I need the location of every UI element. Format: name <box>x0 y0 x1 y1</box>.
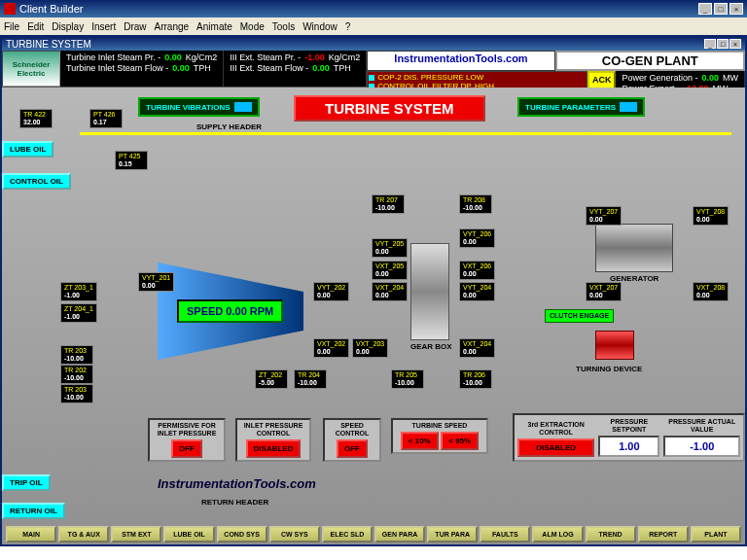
tag-pt425: PT 4250.15 <box>115 151 148 170</box>
gearbox-label: GEAR BOX <box>410 342 452 351</box>
tag-vxt204: VXT_2040.00 <box>372 282 408 301</box>
tag-tr206: TR 206-10.00 <box>459 369 492 389</box>
permissive-control[interactable]: PERMISSIVE FOR INLET PRESSUREOFF <box>148 418 226 462</box>
tag-vxt202: VXT_2020.00 <box>313 338 349 358</box>
tag-tr422: TR 42232.00 <box>19 109 53 128</box>
tag-vyt204: VYT_2040.00 <box>459 282 495 301</box>
tag-vyt201: VYT_2010.00 <box>138 272 174 292</box>
menu-help[interactable]: ? <box>345 21 351 32</box>
trip-oil-button[interactable]: TRIP OIL <box>2 474 51 491</box>
speed-control[interactable]: SPEED CONTROLOFF <box>323 418 381 462</box>
pressure-setpoint[interactable]: 1.00 <box>598 436 659 457</box>
nav-bar: MAIN TG & AUX STM EXT LUBE OIL COND SYS … <box>6 526 741 542</box>
nav-faults[interactable]: FAULTS <box>480 526 530 542</box>
tag-tr202: TR 202-10.00 <box>60 365 93 384</box>
sub-minimize[interactable]: _ <box>704 39 716 49</box>
tag-tr205: TR 205-10.00 <box>391 369 424 389</box>
menu-draw[interactable]: Draw <box>124 21 146 32</box>
minimize-button[interactable]: _ <box>698 3 712 15</box>
nav-genpara[interactable]: GEN PARA <box>374 526 425 542</box>
menu-bar: File Edit Display Insert Draw Arrange An… <box>0 18 747 35</box>
tag-zt2041: ZT 204_1-1.00 <box>60 303 97 323</box>
supply-header-line <box>80 132 731 135</box>
nav-lubeoil[interactable]: LUBE OIL <box>163 526 214 542</box>
menu-animate[interactable]: Animate <box>196 21 232 32</box>
window-titlebar: Client Builder _ □ × <box>0 0 747 18</box>
gearbox-graphic <box>410 243 449 340</box>
nav-turpara[interactable]: TUR PARA <box>427 526 478 542</box>
tag-vyt206: VYT_2060.00 <box>459 228 495 248</box>
nav-stmext[interactable]: STM EXT <box>111 526 161 542</box>
extraction-control-button[interactable]: DISABLED <box>517 438 594 457</box>
motor-graphic <box>595 331 634 360</box>
nav-tgaux[interactable]: TG & AUX <box>58 526 109 542</box>
tag-tr208: TR 208-10.00 <box>459 194 492 214</box>
lube-oil-button[interactable]: LUBE OIL <box>2 141 53 158</box>
turning-device-label: TURNING DEVICE <box>576 365 642 373</box>
header-bar: Schneider Electric Turbine Inlet Steam P… <box>2 51 745 88</box>
tag-vxt205: VXT_2050.00 <box>372 261 408 280</box>
pressure-actual: -1.00 <box>663 436 740 457</box>
return-header-label: RETURN HEADER <box>201 498 268 507</box>
nav-almlog[interactable]: ALM LOG <box>532 526 583 542</box>
nav-condsys[interactable]: COND SYS <box>217 526 267 542</box>
turbine-vibrations-button[interactable]: TURBINE VIBRATIONS <box>138 97 260 117</box>
tag-tr204: TR 204-10.00 <box>294 369 327 389</box>
tag-vyt202: VYT_2020.00 <box>313 282 349 301</box>
turbine-speed-indicator: TURBINE SPEED< 10% < 95% <box>391 418 488 454</box>
nav-plant[interactable]: PLANT <box>691 526 741 542</box>
tag-vyt208: VYT_2080.00 <box>693 206 729 226</box>
tag-vyt205: VYT_2050.00 <box>372 238 408 258</box>
menu-insert[interactable]: Insert <box>91 21 116 32</box>
maximize-button[interactable]: □ <box>714 3 728 15</box>
nav-cwsys[interactable]: CW SYS <box>269 526 320 542</box>
menu-edit[interactable]: Edit <box>27 21 44 32</box>
speed-display: SPEED 0.00 RPM <box>177 299 283 323</box>
menu-file[interactable]: File <box>4 21 19 32</box>
plant-name: CO-GEN PLANT <box>555 51 745 71</box>
tag-vxt203: VXT_2030.00 <box>352 338 388 358</box>
tag-tr2032: TR 203-10.00 <box>60 384 93 403</box>
app-title: Client Builder <box>19 3 83 15</box>
nav-trend[interactable]: TREND <box>586 526 636 542</box>
generator-graphic <box>595 224 673 272</box>
vibration-icon <box>234 102 252 112</box>
sub-close[interactable]: × <box>729 39 741 49</box>
tag-zt202: ZT_202-5.00 <box>255 369 288 389</box>
control-oil-button[interactable]: CONTROL OIL <box>2 173 71 190</box>
tag-pt426: PT 4260.17 <box>89 109 123 128</box>
watermark: InstrumentationTools.com <box>158 476 316 491</box>
parameter-icon <box>620 102 637 112</box>
supply-header-label: SUPPLY HEADER <box>196 122 262 131</box>
tag-zt2031: ZT 203_1-1.00 <box>60 282 97 301</box>
tag-vxt206: VXT_2060.00 <box>459 261 495 280</box>
sub-window: TURBINE SYSTEM _ □ × Schneider Electric … <box>0 35 747 546</box>
clutch-status: CLUTCH ENGAGE <box>545 309 614 323</box>
system-title: TURBINE SYSTEM <box>294 95 485 122</box>
brand-logo: Schneider Electric <box>2 51 60 87</box>
app-icon <box>4 3 16 15</box>
sub-maximize[interactable]: □ <box>717 39 729 49</box>
menu-window[interactable]: Window <box>302 21 338 32</box>
tag-vyt207: VYT_2070.00 <box>586 206 622 226</box>
tag-vxt2042: VXT_2040.00 <box>459 338 495 358</box>
close-button[interactable]: × <box>729 3 743 15</box>
menu-arrange[interactable]: Arrange <box>155 21 190 32</box>
return-oil-button[interactable]: RETURN OIL <box>2 503 65 519</box>
menu-mode[interactable]: Mode <box>240 21 265 32</box>
inlet-pressure-control[interactable]: INLET PRESSURE CONTROLDISABLED <box>235 418 311 462</box>
sub-titlebar: TURBINE SYSTEM _ □ × <box>2 37 745 51</box>
extraction-panel: 3rd EXTRACTION CONTROLDISABLED PRESSURE … <box>513 413 745 462</box>
nav-report[interactable]: REPORT <box>638 526 689 542</box>
menu-tools[interactable]: Tools <box>272 21 295 32</box>
menu-display[interactable]: Display <box>52 21 84 32</box>
turbine-parameters-button[interactable]: TURBINE PARAMETERS <box>517 97 645 117</box>
tag-vxt207: VXT_2070.00 <box>586 282 622 301</box>
nav-main[interactable]: MAIN <box>6 526 56 542</box>
scada-canvas: TURBINE SYSTEM TURBINE VIBRATIONS TURBIN… <box>2 88 745 544</box>
tag-tr207: TR 207-10.00 <box>372 194 405 214</box>
nav-elecsld[interactable]: ELEC SLD <box>322 526 373 542</box>
tag-vxt208: VXT_2080.00 <box>693 282 729 301</box>
sub-title: TURBINE SYSTEM <box>6 39 91 50</box>
site-name: InstrumentationTools.com <box>367 51 554 71</box>
